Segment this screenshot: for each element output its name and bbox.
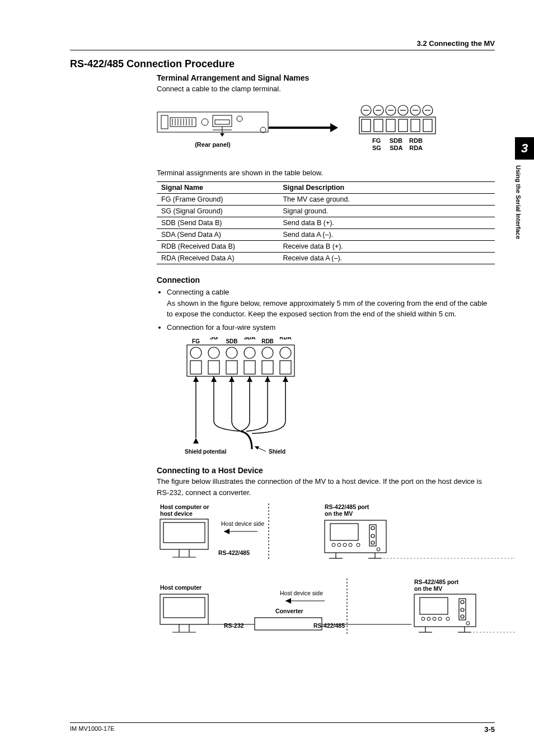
svg-marker-69 (193, 438, 199, 444)
svg-marker-63 (193, 376, 199, 382)
svg-point-47 (226, 347, 237, 358)
svg-text:Shield potential: Shield potential (185, 449, 227, 455)
svg-rect-32 (362, 119, 371, 132)
table-row: RDB (Received Data B)Receive data B (+). (157, 241, 495, 253)
section-reference: 3.2 Connecting the MV (70, 39, 495, 48)
rear-panel-caption: (Rear panel) (157, 141, 269, 148)
svg-point-96 (343, 543, 346, 547)
svg-point-134 (466, 622, 470, 625)
svg-text:Host device side: Host device side (280, 590, 323, 596)
svg-text:host device: host device (160, 510, 193, 517)
svg-rect-81 (163, 522, 205, 543)
terminal-block-figure: FG SDB RDB SG SDA RDA (358, 104, 437, 152)
svg-marker-66 (247, 376, 252, 382)
svg-rect-89 (330, 524, 358, 540)
svg-point-127 (461, 608, 464, 612)
svg-text:Host computer: Host computer (160, 584, 202, 591)
svg-text:FG: FG (192, 338, 200, 344)
arrow-icon (269, 127, 330, 129)
svg-text:on the MV: on the MV (325, 510, 353, 517)
page-number: 3-5 (484, 725, 495, 734)
svg-point-45 (190, 347, 202, 358)
svg-point-17 (237, 116, 242, 122)
svg-text:Converter: Converter (275, 608, 303, 614)
table-row: FG (Frame Ground)The MV case ground. (157, 194, 495, 206)
svg-point-94 (332, 543, 335, 547)
svg-marker-65 (229, 376, 235, 382)
table-row: SDA (Send Data A)Send data A (–). (157, 229, 495, 241)
svg-rect-90 (369, 525, 376, 546)
svg-marker-87 (224, 529, 229, 534)
table-row: SDB (Send Data B)Send data B (+). (157, 217, 495, 229)
page-footer: IM MV1000-17E 3-5 (70, 722, 495, 734)
svg-text:RS-422/485 port: RS-422/485 port (325, 503, 369, 510)
svg-text:RDB: RDB (261, 338, 274, 344)
svg-text:SG: SG (210, 337, 218, 340)
svg-rect-123 (414, 594, 476, 627)
svg-text:SDA: SDA (243, 337, 255, 340)
four-wire-diagram: FG SG SDB SDA RDB RDA (185, 337, 495, 460)
svg-text:Shield: Shield (269, 449, 285, 455)
svg-point-50 (280, 347, 291, 358)
main-heading: RS-422/485 Connection Procedure (70, 58, 495, 70)
svg-text:RS-232: RS-232 (224, 622, 244, 629)
svg-marker-64 (211, 376, 217, 382)
svg-text:RS-422/485: RS-422/485 (313, 622, 345, 629)
svg-point-48 (244, 347, 255, 358)
table-row: SG (Signal Ground)Signal ground. (157, 206, 495, 217)
svg-text:Host device side: Host device side (221, 520, 264, 527)
host-figure-2: Host computer Host device side Converter… (157, 578, 495, 646)
svg-point-93 (371, 541, 374, 544)
connection-heading: Connection (157, 276, 495, 284)
svg-rect-55 (262, 361, 273, 374)
svg-marker-68 (283, 376, 288, 382)
th-signal-desc: Signal Description (278, 182, 495, 194)
svg-point-126 (461, 600, 464, 604)
svg-rect-37 (423, 119, 432, 132)
svg-rect-12 (213, 115, 232, 127)
svg-rect-33 (374, 119, 383, 132)
terminal-heading: Terminal Arrangement and Signal Names (157, 73, 495, 82)
svg-rect-35 (399, 119, 407, 132)
svg-point-46 (208, 347, 219, 358)
table-intro: Terminal assignments are shown in the ta… (157, 167, 495, 179)
svg-rect-53 (226, 361, 237, 374)
svg-point-99 (377, 548, 380, 551)
table-row: RDA (Received Data A)Receive data A (–). (157, 253, 495, 264)
terminal-labels-line2: SG SDA RDA (358, 144, 437, 152)
svg-rect-56 (280, 361, 291, 374)
bullet-connecting-cable: Connecting a cable As shown in the figur… (167, 287, 495, 320)
host-heading: Connecting to a Host Device (157, 466, 495, 475)
svg-rect-44 (187, 345, 294, 376)
bullet-four-wire: Connection for a four-wire system (167, 322, 495, 333)
svg-point-92 (371, 534, 374, 538)
svg-rect-112 (160, 594, 208, 624)
svg-point-97 (349, 543, 352, 547)
svg-rect-1 (161, 115, 168, 129)
doc-id: IM MV1000-17E (70, 725, 114, 734)
svg-point-11 (202, 119, 208, 125)
th-signal-name: Signal Name (157, 182, 278, 194)
svg-rect-13 (215, 120, 229, 124)
header-rule (70, 50, 495, 50)
svg-point-131 (433, 617, 436, 620)
svg-marker-67 (265, 376, 270, 382)
svg-text:RS-422/485: RS-422/485 (218, 549, 250, 556)
svg-rect-36 (411, 119, 420, 132)
svg-text:on the MV: on the MV (414, 585, 442, 592)
svg-point-95 (338, 543, 341, 547)
svg-point-129 (421, 617, 425, 620)
svg-rect-117 (255, 618, 322, 630)
terminal-intro: Connect a cable to the clamp terminal. (157, 83, 495, 95)
svg-rect-113 (163, 598, 205, 618)
svg-marker-120 (285, 598, 291, 604)
terminal-labels-line1: FG SDB RDB (358, 137, 437, 144)
host-figure-1: Host computer or host device Host device… (157, 503, 495, 565)
svg-marker-16 (220, 133, 224, 137)
svg-text:RS-422/485 port: RS-422/485 port (414, 578, 459, 585)
terminal-diagram-row: (Rear panel) (157, 104, 495, 152)
host-body: The figure below illustrates the connect… (157, 476, 495, 498)
svg-point-132 (438, 617, 442, 620)
svg-rect-125 (459, 599, 466, 620)
svg-text:SDB: SDB (226, 338, 237, 344)
